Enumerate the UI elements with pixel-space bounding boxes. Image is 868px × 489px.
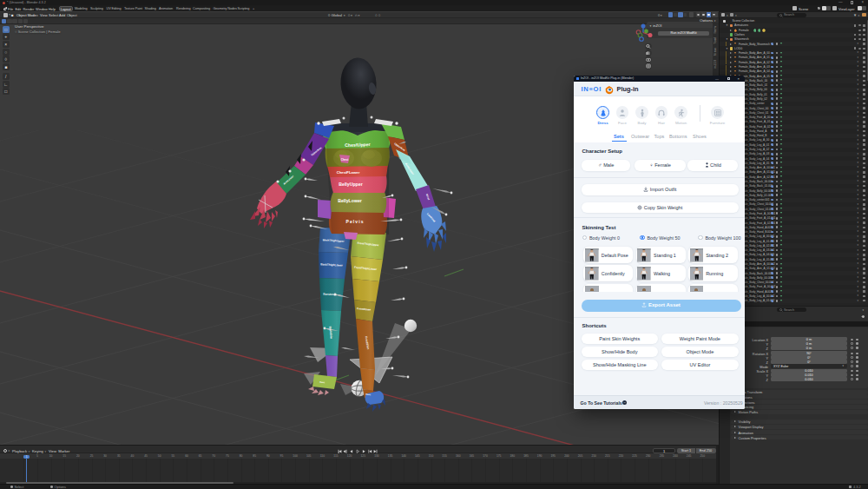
svg-text:Foot: Foot — [319, 380, 325, 384]
svg-text:Pelvis: Pelvis — [345, 219, 364, 224]
svg-text:BellyLower: BellyLower — [338, 198, 362, 203]
svg-text:ChestUpper: ChestUpper — [345, 142, 371, 148]
svg-text:BellyUpper: BellyUpper — [339, 182, 362, 187]
svg-text:Foot: Foot — [365, 393, 371, 396]
svg-text:Chest: Chest — [341, 158, 348, 162]
svg-text:ChestFLower: ChestFLower — [337, 170, 360, 175]
svg-text:BackKnee: BackKnee — [323, 293, 337, 297]
